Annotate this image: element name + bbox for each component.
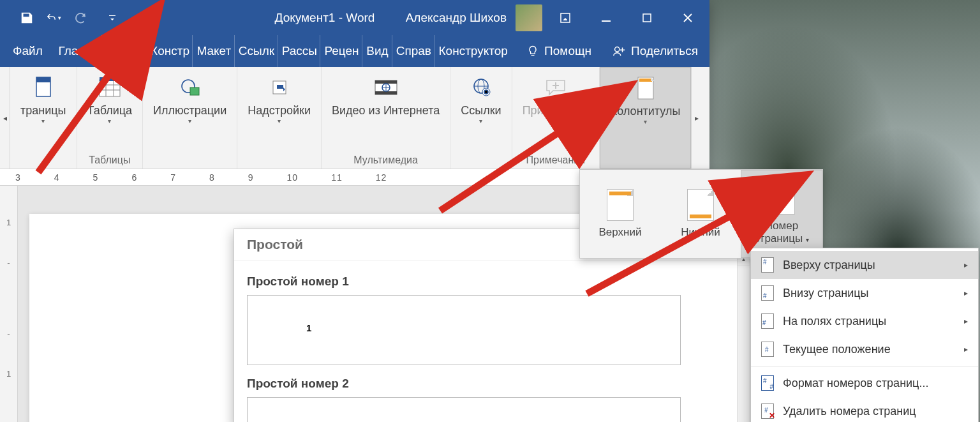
gallery-scrollbar[interactable]: ▴: [737, 252, 750, 422]
gallery-item-preview-2[interactable]: [247, 397, 681, 422]
headerfooter-icon: [633, 75, 658, 101]
gallery-item-preview-1[interactable]: 1: [247, 295, 681, 365]
submenu-arrow-icon: ▸: [964, 289, 968, 298]
ruler-tick: 6: [131, 172, 137, 183]
lightbulb-icon: [526, 45, 539, 57]
ribbon-item-addins[interactable]: Надстройки▾: [244, 72, 315, 127]
hf-footer-button[interactable]: Нижний: [660, 170, 741, 258]
svg-rect-1: [602, 20, 611, 22]
ribbon-group-addins: Надстройки▾: [237, 67, 322, 169]
tab-home[interactable]: Главна: [55, 35, 101, 67]
pagenumber-icon: #: [768, 183, 795, 215]
ribbon-tabs: Файл Главна Вставк Констр Макет Ссылк Ра…: [0, 35, 709, 67]
ribbon-scroll-left[interactable]: ◂: [0, 67, 10, 169]
ribbon-label-links: Ссылки: [461, 104, 501, 117]
ribbon-group-tables: Таблица▾ Таблицы: [77, 67, 144, 169]
avatar[interactable]: [516, 4, 542, 31]
ribbon-label-video: Видео из Интернета: [332, 104, 440, 117]
close-button[interactable]: [670, 5, 706, 31]
ruler-tick: 9: [248, 172, 254, 183]
headerfooter-dropdown: Верхний Нижний # Номер страницы ▾: [579, 169, 823, 259]
page-margin-icon: #: [761, 313, 774, 329]
user-area: Александр Шихов: [406, 4, 709, 31]
svg-point-3: [615, 47, 620, 52]
ruler-tick: 10: [287, 172, 299, 183]
redo-icon[interactable]: [73, 10, 88, 26]
ribbon-group-pages: траницы▾: [10, 67, 77, 169]
tab-review[interactable]: Рецен: [320, 35, 362, 67]
ribbon-label-pages: траницы: [20, 104, 66, 117]
tab-layout[interactable]: Макет: [193, 35, 234, 67]
maximize-button[interactable]: [629, 5, 665, 31]
save-icon[interactable]: [19, 10, 34, 26]
pn-bottom-of-page[interactable]: # Внизу страницы ▸: [751, 279, 978, 307]
page-bottom-icon: #: [761, 285, 774, 301]
minimize-button[interactable]: [588, 5, 624, 31]
ribbon-item-table[interactable]: Таблица▾: [84, 72, 137, 127]
shapes-icon: [177, 75, 203, 100]
tab-constructor[interactable]: Конструктор: [435, 35, 510, 67]
page-icon: [31, 75, 56, 100]
pn-margins-label: На полях страницы: [783, 315, 886, 328]
ribbon-scroll-right[interactable]: ▸: [691, 67, 701, 169]
group-name-comments: Примечания: [526, 152, 585, 166]
link-icon: [468, 75, 494, 100]
ribbon-label-addins: Надстройки: [248, 104, 311, 117]
format-icon: ##: [761, 375, 774, 391]
pn-current-position[interactable]: # Текущее положение ▸: [751, 335, 978, 363]
gallery-preview-number: 1: [306, 322, 311, 333]
table-icon: [97, 75, 122, 100]
undo-icon[interactable]: ▾: [46, 10, 61, 26]
tell-me[interactable]: Помощн: [517, 35, 600, 67]
ruler-tick: 4: [54, 172, 60, 183]
ribbon-group-headerfooter: Колонтитулы▾: [600, 67, 692, 169]
tab-design[interactable]: Констр: [147, 35, 193, 67]
ribbon-group-illustrations: Иллюстрации▾: [143, 67, 237, 169]
comment-icon: [543, 75, 568, 100]
title-bar: ▾ Документ1 - Word Александр Шихов: [0, 0, 709, 35]
ribbon-group-links: Ссылки▾: [450, 67, 512, 169]
ribbon-display-options[interactable]: [547, 5, 583, 31]
submenu-arrow-icon: ▸: [964, 260, 968, 269]
pn-remove-numbers[interactable]: #✕ Удалить номера страниц: [751, 397, 978, 422]
tab-insert[interactable]: Вставк: [101, 35, 147, 67]
ribbon-item-comment: Примечание: [519, 72, 593, 120]
tab-file[interactable]: Файл: [0, 35, 55, 67]
ruler-tick: 7: [170, 172, 176, 183]
svg-rect-6: [100, 80, 120, 96]
svg-rect-2: [643, 14, 651, 22]
hf-footer-label: Нижний: [681, 226, 720, 239]
tab-help[interactable]: Справ: [392, 35, 435, 67]
vertical-ruler[interactable]: 1 - - 1: [0, 186, 18, 422]
user-name: Александр Шихов: [406, 11, 507, 25]
ribbon-item-pages[interactable]: траницы▾: [17, 72, 70, 127]
ribbon-item-headerfooter[interactable]: Колонтитулы▾: [607, 73, 685, 128]
ribbon-group-media: Видео из Интернета Мультимедиа: [322, 67, 450, 169]
qat-customize-icon[interactable]: [105, 10, 120, 26]
tab-view[interactable]: Вид: [362, 35, 392, 67]
hf-header-button[interactable]: Верхний: [580, 170, 660, 258]
pn-bottom-label: Внизу страницы: [783, 287, 869, 300]
gallery-item-title: Простой номер 1: [247, 275, 737, 289]
video-icon: [373, 75, 399, 100]
share-button[interactable]: Поделиться: [600, 35, 709, 67]
pn-page-margins[interactable]: # На полях страницы ▸: [751, 307, 978, 335]
pn-format-numbers[interactable]: ## Формат номеров страниц...: [751, 369, 978, 397]
ribbon-item-online-video[interactable]: Видео из Интернета: [328, 72, 443, 120]
page-top-icon: #: [761, 257, 774, 273]
ribbon: ◂ траницы▾ Таблица▾ Таблицы: [0, 67, 709, 169]
document-title: Документ1 - Word: [275, 11, 375, 25]
ruler-tick: 11: [331, 172, 343, 183]
ribbon-item-illustrations[interactable]: Иллюстрации▾: [149, 72, 230, 127]
tab-mailings[interactable]: Рассы: [278, 35, 321, 67]
ribbon-label-headerfooter: Колонтитулы: [611, 105, 681, 117]
tab-references[interactable]: Ссылк: [235, 35, 278, 67]
pn-top-of-page[interactable]: # Вверху страницы ▸: [751, 251, 978, 279]
ribbon-item-links[interactable]: Ссылки▾: [457, 72, 505, 127]
gallery-item-title: Простой номер 2: [247, 377, 737, 391]
menu-separator: [751, 366, 978, 366]
header-icon: [607, 189, 634, 221]
ruler-tick: 8: [209, 172, 215, 183]
hf-pagenumber-button[interactable]: # Номер страницы ▾: [741, 170, 822, 258]
submenu-arrow-icon: ▸: [964, 317, 968, 326]
